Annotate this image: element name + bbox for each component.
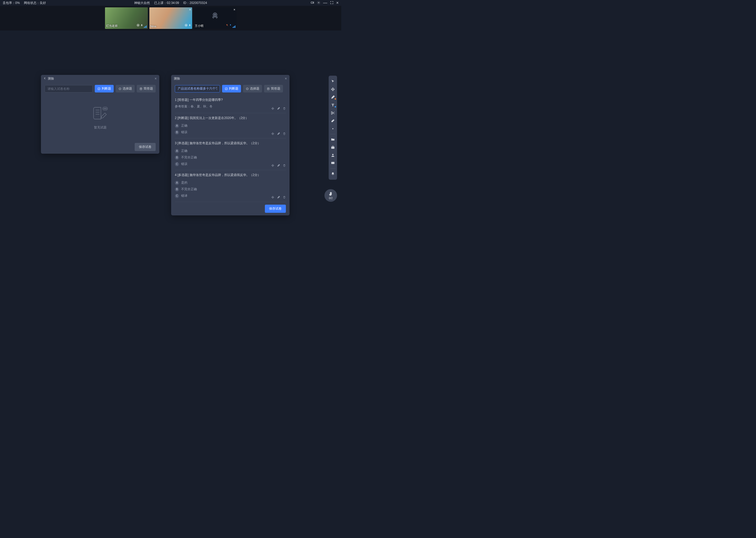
tool-folder[interactable]	[329, 136, 337, 143]
svg-point-23	[105, 108, 105, 109]
question-item: 1 [简答题] 一年四季分别是哪四季?参考答案：春、夏、秋、冬	[175, 95, 286, 113]
edit-icon[interactable]	[277, 196, 280, 200]
svg-point-6	[186, 25, 186, 26]
svg-point-1	[318, 2, 319, 3]
volume-indicator	[144, 26, 147, 28]
question-list: 1 [简答题] 一年四季分别是哪四季?参考答案：春、夏、秋、冬 2 [判断题] …	[171, 95, 290, 202]
question-option[interactable]: B不完全正确	[175, 186, 286, 192]
video-tile-student-2[interactable]: × 王小明	[194, 7, 237, 29]
question-item: 3 [单选题] 施华洛世奇是反华品牌，所以梁鼎琪反华。（2分）A正确B不完全正确…	[175, 138, 286, 170]
svg-point-9	[214, 14, 216, 16]
target-icon[interactable]	[185, 23, 188, 28]
target-icon[interactable]	[136, 23, 140, 28]
elapsed-time: 已上课：02:34:09	[154, 1, 179, 5]
option-text: 错误	[181, 162, 187, 166]
tab-short-button[interactable]: 简答题	[264, 85, 283, 92]
question-title: 3 [单选题] 施华洛世奇是反华品牌，所以梁鼎琪反华。（2分）	[175, 141, 286, 145]
tab-judge-button[interactable]: 判断题	[95, 85, 114, 92]
quiz-name-input[interactable]	[175, 85, 220, 92]
tool-chat[interactable]	[329, 159, 337, 167]
video-tile-teacher[interactable]: 叮当老师	[105, 7, 148, 29]
tab-short-button[interactable]: 简答题	[137, 85, 156, 92]
panel-title: 测验	[48, 77, 54, 81]
question-title: 1 [简答题] 一年四季分别是哪四季?	[175, 98, 286, 102]
edit-icon[interactable]	[277, 164, 280, 168]
option-badge: A	[175, 149, 179, 153]
hand-count: 0/2	[329, 197, 333, 200]
option-text: 错误	[181, 130, 187, 134]
tool-laser[interactable]	[329, 125, 337, 133]
settings-icon[interactable]	[317, 1, 320, 5]
option-badge: C	[175, 194, 179, 198]
option-text: 不完全正确	[181, 187, 197, 191]
svg-point-22	[104, 108, 104, 109]
svg-rect-12	[230, 24, 231, 26]
question-option[interactable]: A是的	[175, 180, 286, 186]
mic-muted-icon[interactable]	[226, 23, 228, 28]
move-icon[interactable]	[271, 107, 274, 111]
close-icon[interactable]: ×	[336, 1, 339, 5]
mic-icon[interactable]	[229, 23, 232, 28]
video-name: 王小明	[195, 24, 204, 28]
top-bar: 丢包率：0% 网络状态：良好 神秘大自然 已上课：02:34:09 ID：202…	[0, 0, 341, 6]
edit-icon[interactable]	[277, 107, 280, 111]
question-option[interactable]: C错误	[175, 161, 286, 167]
question-option[interactable]: A正确	[175, 148, 286, 154]
tool-pen[interactable]	[329, 93, 337, 101]
delete-icon[interactable]	[283, 107, 286, 111]
tool-scissors[interactable]	[329, 109, 337, 117]
camera-toggle-icon[interactable]	[310, 1, 314, 5]
save-quiz-button[interactable]: 保存试卷	[135, 143, 156, 151]
volume-indicator	[233, 26, 235, 28]
mic-icon[interactable]	[140, 23, 143, 28]
maximize-icon[interactable]	[330, 1, 334, 5]
question-option[interactable]: A正确	[175, 123, 286, 129]
delete-icon[interactable]	[283, 196, 286, 200]
tab-choice-button[interactable]: 选择题	[243, 85, 262, 92]
tool-eraser[interactable]	[329, 117, 337, 125]
svg-rect-7	[189, 24, 190, 26]
tab-choice-button[interactable]: 选择题	[116, 85, 135, 92]
question-actions	[271, 196, 286, 200]
save-quiz-button[interactable]: 保存试卷	[265, 205, 286, 213]
question-option[interactable]: C错译	[175, 192, 286, 199]
quiz-panel-empty: 测验 × 判断题 选择题 简答题 暂无试题 保存试卷	[41, 75, 159, 154]
tile-close-icon[interactable]: ×	[189, 8, 191, 12]
question-actions	[271, 107, 286, 111]
minimize-icon[interactable]: —	[323, 1, 327, 5]
move-icon[interactable]	[271, 164, 274, 168]
move-icon[interactable]	[271, 132, 274, 136]
question-option[interactable]: B错误	[175, 129, 286, 135]
tool-toolbox[interactable]	[329, 144, 337, 151]
video-strip: 叮当老师 × Nina × 王小明	[0, 6, 341, 30]
delete-icon[interactable]	[283, 164, 286, 168]
tool-cursor[interactable]	[329, 78, 337, 85]
mic-icon[interactable]	[188, 23, 191, 28]
panel-close-icon[interactable]: ×	[285, 77, 287, 81]
panel-close-icon[interactable]: ×	[155, 77, 157, 81]
svg-rect-0	[311, 2, 313, 3]
tool-move[interactable]	[329, 86, 337, 93]
option-badge: C	[175, 162, 179, 166]
question-actions	[271, 132, 286, 136]
svg-rect-25	[225, 88, 227, 90]
tile-close-icon[interactable]: ×	[233, 8, 235, 12]
tab-judge-button[interactable]: 判断题	[222, 85, 241, 92]
tool-users[interactable]	[329, 152, 337, 159]
delete-icon[interactable]	[283, 132, 286, 136]
camera-off-icon	[211, 11, 219, 21]
option-text: 正确	[181, 124, 187, 128]
network-status: 网络状态：良好	[24, 1, 46, 5]
quiz-name-input[interactable]	[45, 85, 93, 92]
tool-text[interactable]	[329, 101, 337, 109]
edit-icon[interactable]	[277, 132, 280, 136]
svg-point-3	[138, 25, 138, 26]
svg-rect-13	[98, 88, 100, 90]
question-option[interactable]: B不完全正确	[175, 154, 286, 161]
video-tile-student-1[interactable]: × Nina	[149, 7, 192, 29]
raise-hand-button[interactable]: 0/2	[324, 189, 337, 202]
move-icon[interactable]	[271, 196, 274, 200]
svg-rect-33	[331, 146, 334, 149]
back-icon[interactable]	[44, 77, 46, 81]
tool-bell[interactable]	[329, 170, 337, 178]
